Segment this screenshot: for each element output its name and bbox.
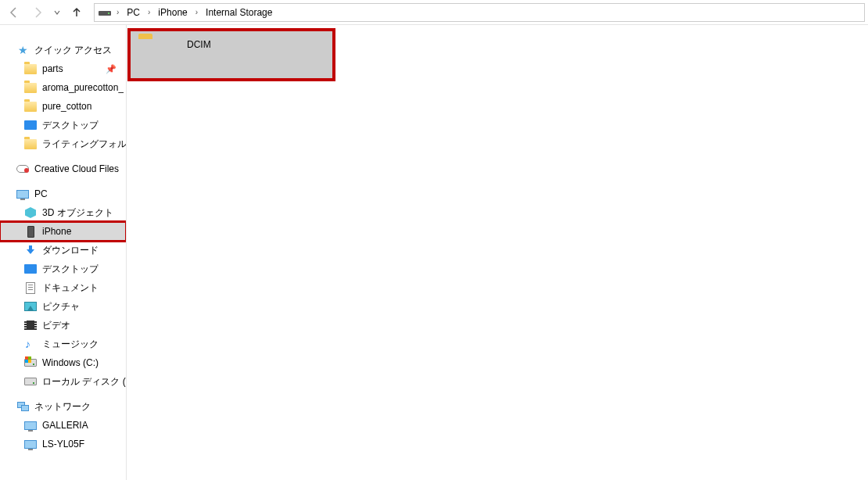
- sidebar-item-parts[interactable]: parts 📌: [0, 59, 126, 78]
- sidebar-item-label: parts: [42, 63, 63, 74]
- breadcrumb-segment-iphone[interactable]: iPhone: [155, 4, 190, 21]
- chevron-right-icon[interactable]: ›: [192, 8, 201, 16]
- main-area: ★ クイック アクセス parts 📌 aroma_purecotton_ pu…: [0, 25, 868, 480]
- sidebar-item-label: GALLERIA: [42, 420, 88, 431]
- sidebar-item-iphone[interactable]: iPhone: [0, 222, 126, 241]
- sidebar-item-label: 3D オブジェクト: [42, 206, 113, 220]
- sidebar-network[interactable]: ネットワーク: [0, 397, 126, 416]
- folder-icon: [23, 99, 38, 113]
- sidebar-quick-access[interactable]: ★ クイック アクセス: [0, 41, 126, 59]
- sidebar-item-label: デスクトップ: [42, 119, 99, 132]
- drive-icon: [23, 374, 38, 389]
- sidebar-label: Creative Cloud Files: [34, 163, 119, 174]
- desktop-icon: [23, 262, 38, 276]
- sidebar-item-aroma[interactable]: aroma_purecotton_: [0, 78, 126, 97]
- sidebar-item-pictures[interactable]: ピクチャ: [0, 297, 126, 316]
- pin-icon: 📌: [106, 64, 117, 74]
- folder-icon: [23, 62, 38, 76]
- sidebar-item-label: ドキュメント: [42, 281, 99, 295]
- sidebar-item-label: LS-YL05F: [42, 439, 84, 450]
- breadcrumb-segment-pc[interactable]: PC: [124, 4, 143, 21]
- back-button[interactable]: [3, 2, 25, 23]
- sidebar-item-music[interactable]: ミュージック: [0, 335, 126, 353]
- up-button[interactable]: [66, 2, 88, 23]
- sidebar-item-galleria[interactable]: GALLERIA: [0, 416, 126, 435]
- recent-locations-button[interactable]: [50, 2, 64, 23]
- sidebar-item-label: デスクトップ: [42, 263, 99, 276]
- sidebar-item-label: ダウンロード: [42, 244, 99, 257]
- video-icon: [23, 318, 38, 332]
- sidebar-pc[interactable]: PC: [0, 184, 126, 203]
- sidebar-label: PC: [34, 188, 48, 199]
- sidebar-item-local-d[interactable]: ローカル ディスク (D:): [0, 372, 126, 391]
- sidebar-item-lsyl05f[interactable]: LS-YL05F: [0, 435, 126, 453]
- sidebar-item-label: pure_cotton: [42, 101, 91, 112]
- document-icon: [23, 281, 38, 295]
- sidebar-label: クイック アクセス: [34, 44, 112, 57]
- sidebar-item-label: aroma_purecotton_: [42, 82, 124, 93]
- sidebar-item-downloads[interactable]: ダウンロード: [0, 241, 126, 260]
- sidebar-item-documents[interactable]: ドキュメント: [0, 278, 126, 297]
- folder-icon: [23, 137, 38, 151]
- sidebar-item-label: iPhone: [42, 226, 71, 237]
- sidebar-item-windows-c[interactable]: Windows (C:): [0, 353, 126, 372]
- storage-icon: [98, 6, 112, 19]
- sidebar-item-label: ミュージック: [42, 338, 99, 351]
- sidebar-item-writing-folder[interactable]: ライティングフォルダ: [0, 134, 126, 153]
- desktop-icon: [23, 118, 38, 132]
- chevron-right-icon[interactable]: ›: [113, 8, 122, 16]
- sidebar-item-desktop-qa[interactable]: デスクトップ: [0, 116, 126, 134]
- monitor-icon: [16, 187, 30, 201]
- picture-icon: [23, 299, 38, 313]
- network-icon: [16, 399, 30, 414]
- folder-item-dcim[interactable]: DCIM: [131, 31, 332, 78]
- sidebar-label: ネットワーク: [34, 400, 91, 414]
- sidebar-item-label: ビデオ: [42, 319, 70, 332]
- chevron-right-icon[interactable]: ›: [145, 8, 153, 16]
- folder-name: DCIM: [187, 39, 211, 50]
- breadcrumb-segment-internal-storage[interactable]: Internal Storage: [203, 4, 275, 21]
- drive-win-icon: [23, 356, 38, 370]
- music-icon: [23, 337, 38, 351]
- sidebar-item-3d-objects[interactable]: 3D オブジェクト: [0, 203, 126, 222]
- download-icon: [23, 243, 38, 257]
- monitor-icon: [23, 418, 38, 432]
- forward-button[interactable]: [27, 2, 48, 23]
- sidebar-item-label: ローカル ディスク (D:): [42, 375, 126, 389]
- 3d-icon: [23, 206, 38, 220]
- folder-icon: [23, 81, 38, 95]
- content-pane[interactable]: DCIM: [127, 25, 868, 480]
- sidebar-item-videos[interactable]: ビデオ: [0, 316, 126, 335]
- sidebar-creative-cloud[interactable]: Creative Cloud Files: [0, 159, 126, 178]
- sidebar-item-label: Windows (C:): [42, 357, 99, 368]
- sidebar-item-label: ライティングフォルダ: [42, 138, 126, 151]
- monitor-icon: [23, 437, 38, 451]
- star-icon: ★: [16, 43, 30, 57]
- folder-icon: [138, 39, 174, 70]
- address-bar[interactable]: › PC › iPhone › Internal Storage: [94, 3, 865, 22]
- cloud-icon: [16, 162, 30, 176]
- sidebar-item-purecotton[interactable]: pure_cotton: [0, 97, 126, 116]
- phone-icon: [23, 224, 38, 238]
- navigation-bar: › PC › iPhone › Internal Storage: [0, 0, 868, 25]
- sidebar-item-desktop[interactable]: デスクトップ: [0, 260, 126, 278]
- navigation-pane: ★ クイック アクセス parts 📌 aroma_purecotton_ pu…: [0, 25, 127, 480]
- sidebar-item-label: ピクチャ: [42, 300, 80, 313]
